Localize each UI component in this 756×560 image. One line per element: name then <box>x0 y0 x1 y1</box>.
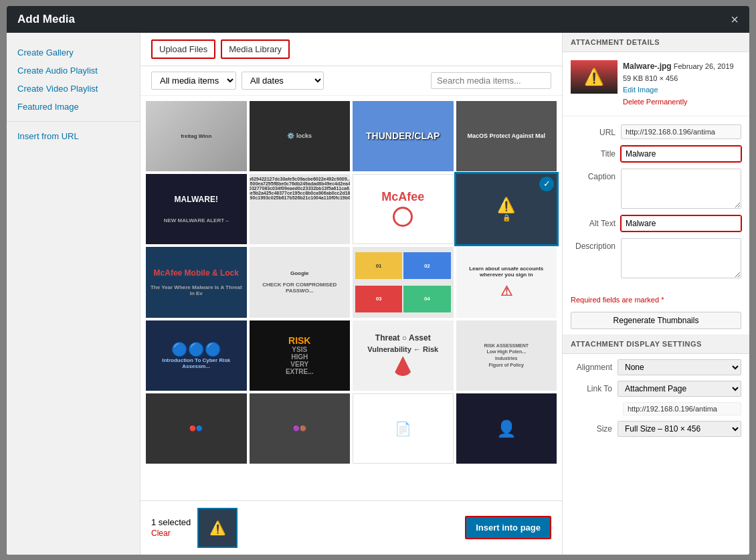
size-label: Size <box>571 424 618 434</box>
modal-title: Add Media <box>17 13 75 26</box>
attachment-filename: Malware-.jpg <box>623 62 672 71</box>
main-content: Upload Files Media Library All media ite… <box>140 33 562 555</box>
selected-thumbnail: ⚠️ <box>197 508 238 548</box>
media-item[interactable]: 🔵🔵🔵 Introduction To Cyber Risk Assessm..… <box>146 320 247 391</box>
insert-into-page-button[interactable]: Insert into page <box>465 516 551 539</box>
sidebar-item-create-gallery[interactable]: Create Gallery <box>7 43 140 62</box>
url-input[interactable] <box>621 124 741 139</box>
attachment-date: February 26, 2019 <box>674 62 734 70</box>
alignment-select[interactable]: None Left Center Right <box>618 359 741 375</box>
media-item[interactable]: McAfee Mobile & Lock The Year Where Malw… <box>146 247 247 317</box>
modal: Add Media × Create Gallery Create Audio … <box>7 6 749 555</box>
link-url-display: http://192.168.0.196/antima <box>623 402 741 415</box>
alignment-label: Alignment <box>571 363 618 372</box>
date-filter[interactable]: All dates January 2019 February 2019 <box>242 72 324 90</box>
media-item[interactable]: 👤 <box>456 393 557 464</box>
toolbar: Upload Files Media Library <box>140 33 562 66</box>
attachment-size: 59 KB <box>623 74 643 82</box>
media-item[interactable]: Learn about unsafe accounts wherever you… <box>456 247 557 317</box>
media-item[interactable]: Threat ○ Asset Vulnerability ← Risk <box>353 320 454 391</box>
media-item[interactable]: THUNDER/CLAP <box>353 101 454 171</box>
sidebar: Create Gallery Create Audio Playlist Cre… <box>7 33 140 555</box>
alt-text-label: Alt Text <box>571 215 621 228</box>
attachment-panel: ATTACHMENT DETAILS ⚠️ Malware-.jpg Febru… <box>562 33 749 555</box>
sidebar-divider <box>7 121 140 122</box>
media-item[interactable]: 📄 <box>353 393 454 464</box>
description-field-row: Description <box>571 238 741 278</box>
attachment-details-title: ATTACHMENT DETAILS <box>563 33 749 52</box>
title-input[interactable] <box>621 146 741 162</box>
media-item[interactable]: McAfee <box>353 174 454 244</box>
url-field-row: URL <box>571 124 741 139</box>
link-to-row: Link To Attachment Page Media File Custo… <box>571 381 741 397</box>
url-label: URL <box>571 124 621 137</box>
display-settings-title: ATTACHMENT DISPLAY SETTINGS <box>563 335 749 354</box>
caption-textarea[interactable] <box>621 169 741 209</box>
media-item[interactable]: b629422127dc30afe5c09acbe6022e492c9009..… <box>250 174 351 244</box>
sidebar-item-create-audio-playlist[interactable]: Create Audio Playlist <box>7 62 140 80</box>
media-item-selected[interactable]: ⚠️ 🔒 ✓ <box>456 174 557 244</box>
media-item[interactable]: MALWARE! NEW MALWARE ALERT – <box>146 174 247 244</box>
title-field-row: Title <box>571 146 741 162</box>
attachment-dimensions: 810 × 456 <box>645 74 678 82</box>
modal-header: Add Media × <box>7 6 749 33</box>
size-select[interactable]: Full Size – 810 × 456 Large Medium Thumb… <box>618 421 741 437</box>
media-item[interactable]: RISK ASSESSMENT Low High Poten... Indust… <box>456 320 557 391</box>
media-item[interactable]: Google CHECK FOR COMPROMISED PASSWO... <box>250 247 351 317</box>
upload-files-tab[interactable]: Upload Files <box>151 39 215 59</box>
selected-count: 1 selected <box>151 517 191 527</box>
alignment-row: Alignment None Left Center Right <box>571 359 741 375</box>
title-label: Title <box>571 146 621 159</box>
size-row: Size Full Size – 810 × 456 Large Medium … <box>571 421 741 437</box>
media-item[interactable]: ⚙️ locks <box>250 101 351 171</box>
sidebar-item-insert-from-url[interactable]: Insert from URL <box>7 127 140 145</box>
edit-image-link[interactable]: Edit Image <box>623 84 741 96</box>
media-item[interactable]: MacOS Protect Against Mal <box>456 101 557 171</box>
attachment-preview: ⚠️ Malware-.jpg February 26, 2019 59 KB … <box>563 52 749 117</box>
sidebar-item-featured-image[interactable]: Featured Image <box>7 98 140 116</box>
selected-checkmark: ✓ <box>539 177 554 191</box>
attachment-thumbnail: ⚠️ <box>571 60 618 94</box>
media-item[interactable]: 01 02 03 04 <box>353 247 454 317</box>
delete-permanently-link[interactable]: Delete Permanently <box>623 96 741 108</box>
sidebar-item-create-video-playlist[interactable]: Create Video Playlist <box>7 80 140 98</box>
display-settings: Alignment None Left Center Right Link To… <box>563 354 749 448</box>
filter-row: All media items Images Audio Video All d… <box>140 66 562 96</box>
form-fields: URL Title Caption Alt Text <box>563 116 749 293</box>
search-input[interactable] <box>431 72 551 89</box>
media-item[interactable]: RISK YSISHIGHVERYEXTRE... <box>250 320 351 391</box>
media-item[interactable]: 🟣🟤 <box>250 393 351 464</box>
close-button[interactable]: × <box>731 13 739 26</box>
caption-field-row: Caption <box>571 169 741 209</box>
alt-text-input[interactable] <box>621 215 741 231</box>
media-item[interactable]: 🔴🔵 <box>146 393 247 464</box>
required-note: Required fields are marked * <box>563 293 749 306</box>
media-item[interactable]: freitag Winn <box>146 101 247 171</box>
media-type-filter[interactable]: All media items Images Audio Video <box>151 72 236 90</box>
regenerate-thumbnails-button[interactable]: Regenerate Thumbnails <box>571 312 741 329</box>
modal-body: Create Gallery Create Audio Playlist Cre… <box>7 33 749 555</box>
description-textarea[interactable] <box>621 238 741 278</box>
modal-overlay: Add Media × Create Gallery Create Audio … <box>0 0 756 560</box>
description-label: Description <box>571 238 621 251</box>
selected-info: 1 selected Clear ⚠️ <box>151 508 238 548</box>
media-grid: freitag Winn ⚙️ locks <box>140 96 562 470</box>
link-to-label: Link To <box>571 384 618 393</box>
media-library-tab[interactable]: Media Library <box>221 39 290 59</box>
attachment-info: Malware-.jpg February 26, 2019 59 KB 810… <box>623 60 741 108</box>
media-grid-wrapper: freitag Winn ⚙️ locks <box>140 96 562 500</box>
clear-link[interactable]: Clear <box>151 529 171 538</box>
link-to-select[interactable]: Attachment Page Media File Custom URL No… <box>618 381 741 397</box>
alt-text-field-row: Alt Text <box>571 215 741 231</box>
modal-footer: 1 selected Clear ⚠️ Insert into page <box>140 500 562 555</box>
caption-label: Caption <box>571 169 621 181</box>
